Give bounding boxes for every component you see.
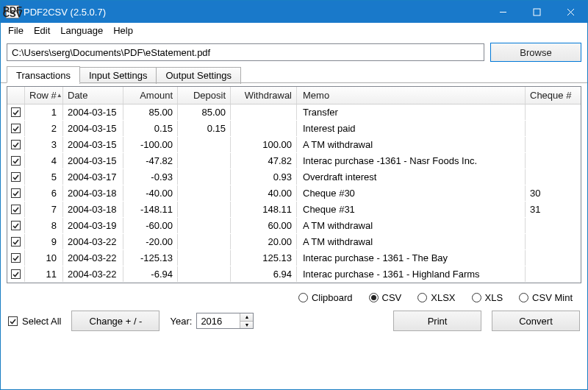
cell-date: 2004-03-22 [63, 234, 123, 249]
file-path-input[interactable] [7, 43, 484, 61]
row-checkbox[interactable] [7, 234, 25, 249]
cell-memo: Transfer [297, 104, 526, 120]
row-checkbox[interactable] [7, 137, 25, 152]
col-amount[interactable]: Amount [123, 87, 178, 104]
cell-amount: -60.00 [123, 218, 178, 233]
cell-deposit [178, 234, 231, 249]
table-row[interactable]: 22004-03-150.150.15Interest paid [7, 121, 581, 137]
row-checkbox[interactable] [7, 266, 25, 282]
col-date[interactable]: Date [63, 87, 123, 104]
cell-withdrawal: 0.93 [231, 169, 297, 185]
menubar: File Edit Language Help [1, 23, 587, 39]
cell-cheque [526, 104, 581, 120]
menu-edit[interactable]: Edit [29, 24, 54, 38]
cell-rownum: 7 [25, 202, 63, 217]
cell-date: 2004-03-22 [63, 266, 123, 282]
cell-rownum: 6 [25, 185, 63, 201]
convert-button[interactable]: Convert [492, 311, 580, 331]
radio-csvmint[interactable]: CSV Mint [519, 292, 573, 303]
cell-amount: -40.00 [123, 185, 178, 201]
cell-amount: 0.15 [123, 121, 178, 136]
year-input-group: Year: ▲▼ [170, 313, 254, 329]
close-button[interactable] [553, 1, 587, 23]
cell-cheque: 31 [526, 202, 581, 217]
row-checkbox[interactable] [7, 202, 25, 217]
cell-amount: -100.00 [123, 137, 178, 152]
maximize-button[interactable] [520, 1, 553, 23]
cell-memo: A TM withdrawal [297, 137, 526, 152]
col-withdrawal[interactable]: Withdrawal [231, 87, 297, 104]
format-radio-group: Clipboard CSV XLSX XLS CSV Mint [1, 286, 587, 308]
radio-xls[interactable]: XLS [472, 292, 503, 303]
table-row[interactable]: 42004-03-15-47.8247.82Interac purchase -… [7, 153, 581, 169]
browse-button[interactable]: Browse [490, 43, 581, 62]
cell-date: 2004-03-15 [63, 153, 123, 169]
year-field[interactable] [197, 313, 240, 328]
cell-withdrawal: 40.00 [231, 185, 297, 201]
table-row[interactable]: 52004-03-17-0.930.93Overdraft interest [7, 169, 581, 185]
window-title: PDF2CSV (2.5.0.7) [24, 7, 106, 18]
print-button[interactable]: Print [393, 311, 481, 331]
table-row[interactable]: 62004-03-18-40.0040.00Cheque #3030 [7, 185, 581, 202]
table-row[interactable]: 72004-03-18-148.11148.11Cheque #3131 [7, 202, 581, 218]
row-checkbox[interactable] [7, 121, 25, 136]
cell-withdrawal: 6.94 [231, 266, 297, 282]
cell-deposit: 0.15 [178, 121, 231, 136]
cell-rownum: 4 [25, 153, 63, 169]
cell-withdrawal: 148.11 [231, 202, 297, 217]
change-sign-button[interactable]: Change + / - [71, 311, 159, 331]
cell-date: 2004-03-15 [63, 137, 123, 152]
col-rownum[interactable]: Row #▲ [25, 87, 63, 104]
table-row[interactable]: 82004-03-19-60.0060.00A TM withdrawal [7, 218, 581, 234]
cell-rownum: 8 [25, 218, 63, 233]
row-checkbox[interactable] [7, 185, 25, 201]
tab-transactions[interactable]: Transactions [7, 66, 80, 83]
grid-header: Row #▲ Date Amount Deposit Withdrawal Me… [7, 87, 581, 104]
menu-language[interactable]: Language [56, 24, 107, 38]
table-row[interactable]: 112004-03-22-6.946.94Interac purchase - … [7, 266, 581, 283]
cell-deposit [178, 169, 231, 185]
cell-cheque [526, 250, 581, 266]
table-row[interactable]: 32004-03-15-100.00100.00A TM withdrawal [7, 137, 581, 153]
col-checkbox[interactable] [7, 87, 25, 104]
cell-memo: A TM withdrawal [297, 234, 526, 249]
sort-asc-icon: ▲ [57, 92, 62, 99]
cell-amount: -47.82 [123, 153, 178, 169]
spin-up[interactable]: ▲ [240, 313, 253, 322]
tab-input-settings[interactable]: Input Settings [79, 67, 157, 84]
col-deposit[interactable]: Deposit [178, 87, 231, 104]
row-checkbox[interactable] [7, 169, 25, 185]
cell-cheque: 30 [526, 185, 581, 201]
year-spinner[interactable]: ▲▼ [196, 313, 254, 329]
spin-down[interactable]: ▼ [240, 322, 253, 329]
table-row[interactable]: 102004-03-22-125.13125.13Interac purchas… [7, 250, 581, 266]
menu-help[interactable]: Help [109, 24, 137, 38]
cell-memo: Cheque #31 [297, 202, 526, 217]
cell-date: 2004-03-18 [63, 202, 123, 217]
col-cheque[interactable]: Cheque # [526, 87, 581, 104]
table-row[interactable]: 12004-03-1585.0085.00Transfer [7, 104, 581, 121]
minimize-button[interactable] [486, 1, 520, 23]
tab-output-settings[interactable]: Output Settings [156, 67, 241, 84]
cell-withdrawal [231, 121, 297, 136]
row-checkbox[interactable] [7, 153, 25, 169]
cell-amount: -20.00 [123, 234, 178, 249]
radio-csv[interactable]: CSV [369, 292, 402, 303]
table-row[interactable]: 92004-03-22-20.0020.00A TM withdrawal [7, 234, 581, 250]
radio-xlsx[interactable]: XLSX [417, 292, 455, 303]
cell-memo: Interac purchase - 1361 - Highland Farms [297, 266, 526, 282]
row-checkbox[interactable] [7, 250, 25, 266]
col-memo[interactable]: Memo [297, 87, 526, 104]
year-label: Year: [170, 316, 192, 327]
select-all-checkbox[interactable]: Select All [8, 316, 61, 327]
row-checkbox[interactable] [7, 104, 25, 120]
cell-date: 2004-03-17 [63, 169, 123, 185]
row-checkbox[interactable] [7, 218, 25, 233]
app-icon: PDFCSV [6, 5, 19, 18]
cell-deposit [178, 137, 231, 152]
titlebar[interactable]: PDFCSV PDF2CSV (2.5.0.7) [1, 1, 587, 23]
menu-file[interactable]: File [4, 24, 28, 38]
cell-deposit [178, 202, 231, 217]
cell-memo: Interest paid [297, 121, 526, 136]
radio-clipboard[interactable]: Clipboard [298, 292, 353, 303]
